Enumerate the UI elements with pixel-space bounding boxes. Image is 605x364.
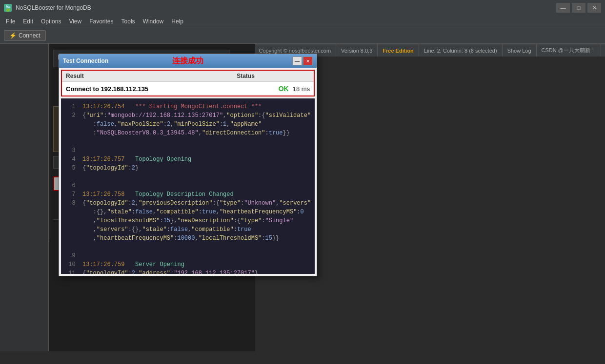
close-button[interactable]: ✕ <box>587 3 601 13</box>
menu-edit[interactable]: Edit <box>19 17 37 26</box>
connect-button[interactable]: ⚡ Connect <box>4 30 46 41</box>
test-connection-dialog: Test Connection 连接成功 — ✕ Result Status C… <box>59 54 317 276</box>
success-label: 连接成功 <box>172 56 203 66</box>
result-col-header: Result <box>66 73 237 79</box>
show-log-text[interactable]: Show Log <box>507 48 531 54</box>
dialog-minimize-button[interactable]: — <box>292 57 302 65</box>
title-bar: 🍃 NoSQLBooster for MongoDB — □ ✕ <box>0 0 605 16</box>
dialog-close-button[interactable]: ✕ <box>303 57 313 65</box>
edition-text: Free Edition <box>383 48 414 54</box>
dialog-controls: — ✕ <box>292 57 313 65</box>
connect-icon: ⚡ <box>9 32 17 39</box>
modal-overlay: Test Connection 连接成功 — ✕ Result Status C… <box>49 44 255 351</box>
connect-result-text: Connect to 192.168.112.135 <box>66 85 279 93</box>
ms-text: 18 ms <box>293 85 310 93</box>
copyright-text: Copyright © <box>259 48 287 54</box>
maximize-button[interactable]: □ <box>572 3 585 13</box>
menu-file[interactable]: File <box>2 17 19 26</box>
main-area: Test Connection 连接成功 — ✕ Result Status C… <box>0 44 605 351</box>
edition-segment: Free Edition <box>378 44 419 57</box>
show-log-segment[interactable]: Show Log <box>503 44 537 57</box>
csdn-text: CSDN @一只大萌新！ <box>542 47 596 54</box>
dialog-titlebar: Test Connection 连接成功 — ✕ <box>59 54 317 68</box>
log-area[interactable]: 1 13:17:26.754 *** Starting MongoClient.… <box>61 98 315 274</box>
status-col-header: Status <box>237 73 310 79</box>
line-col-segment: Line: 2, Column: 8 (6 selected) <box>419 44 503 57</box>
menu-favorites[interactable]: Favorites <box>85 17 117 26</box>
result-header-row: Result Status <box>62 71 314 82</box>
app-icon: 🍃 <box>4 4 12 12</box>
version-text: Version 8.0.3 <box>341 48 372 54</box>
menu-help[interactable]: Help <box>167 17 187 26</box>
ok-badge: OK <box>279 85 289 93</box>
menu-options[interactable]: Options <box>37 17 65 26</box>
menu-tools[interactable]: Tools <box>118 17 139 26</box>
content-area: Test Connection 连接成功 — ✕ Result Status C… <box>49 44 255 351</box>
csdn-segment: CSDN @一只大萌新！ <box>537 44 601 57</box>
log-content: 1 13:17:26.754 *** Starting MongoClient.… <box>65 102 311 274</box>
menu-view[interactable]: View <box>65 17 85 26</box>
result-table: Result Status Connect to 192.168.112.135… <box>61 70 315 96</box>
menu-bar: File Edit Options View Favorites Tools W… <box>0 16 605 27</box>
toolbar: ⚡ Connect <box>0 27 605 44</box>
menu-window[interactable]: Window <box>139 17 168 26</box>
result-data-row: Connect to 192.168.112.135 OK 18 ms <box>62 82 314 96</box>
app-title: NoSQLBooster for MongoDB <box>16 4 552 11</box>
window-controls: — □ ✕ <box>556 3 601 13</box>
website-text: nosqlbooster.com <box>289 48 331 54</box>
line-col-text: Line: 2, Column: 8 (6 selected) <box>424 48 497 54</box>
version-segment: Version 8.0.3 <box>336 44 378 57</box>
minimize-button[interactable]: — <box>556 3 570 13</box>
sidebar <box>0 44 49 351</box>
